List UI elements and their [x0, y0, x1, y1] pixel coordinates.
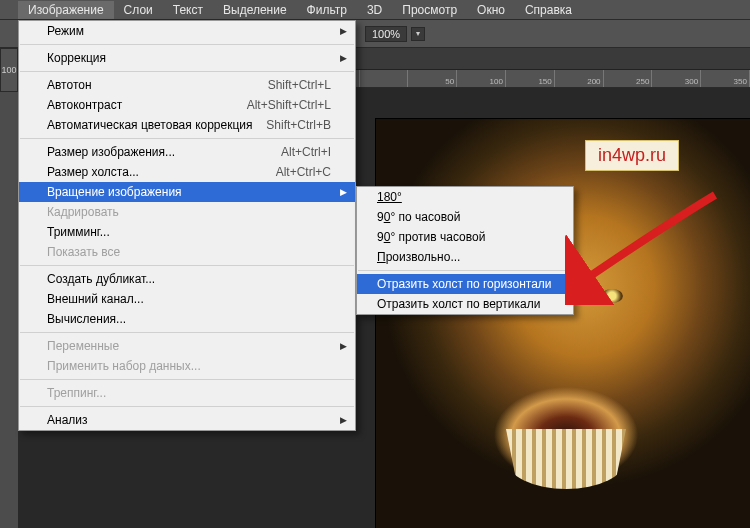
image-detail	[601, 289, 623, 303]
submenu-arrow-icon: ▶	[340, 341, 347, 351]
image-menu-dropdown: Режим▶ Коррекция▶ АвтотонShift+Ctrl+L Ав…	[18, 20, 356, 431]
separator	[20, 332, 354, 333]
zoom-value[interactable]: 100%	[365, 26, 407, 42]
menu-help[interactable]: Справка	[515, 1, 582, 19]
submenu-arrow-icon: ▶	[340, 26, 347, 36]
menu-autotone[interactable]: АвтотонShift+Ctrl+L	[19, 75, 355, 95]
separator	[20, 44, 354, 45]
menu-trim[interactable]: Тримминг...	[19, 222, 355, 242]
menu-reveal-all: Показать все	[19, 242, 355, 262]
separator	[20, 379, 354, 380]
menu-text[interactable]: Текст	[163, 1, 213, 19]
menu-3d[interactable]: 3D	[357, 1, 392, 19]
submenu-arrow-icon: ▶	[340, 415, 347, 425]
menu-apply-dataset: Применить набор данных...	[19, 356, 355, 376]
menu-trap: Треппинг...	[19, 383, 355, 403]
menu-duplicate[interactable]: Создать дубликат...	[19, 269, 355, 289]
separator	[20, 265, 354, 266]
menu-canvas-size[interactable]: Размер холста...Alt+Ctrl+C	[19, 162, 355, 182]
submenu-arbitrary[interactable]: Произвольно...	[357, 247, 573, 267]
submenu-flip-horizontal[interactable]: Отразить холст по горизонтали	[357, 274, 573, 294]
menu-apply-image[interactable]: Внешний канал...	[19, 289, 355, 309]
menu-variables: Переменные▶	[19, 336, 355, 356]
menu-calculations[interactable]: Вычисления...	[19, 309, 355, 329]
menu-select[interactable]: Выделение	[213, 1, 297, 19]
menu-autocontrast[interactable]: АвтоконтрастAlt+Shift+Ctrl+L	[19, 95, 355, 115]
menu-crop: Кадрировать	[19, 202, 355, 222]
menu-image-rotation[interactable]: Вращение изображения▶	[19, 182, 355, 202]
menu-image-size[interactable]: Размер изображения...Alt+Ctrl+I	[19, 142, 355, 162]
menu-window[interactable]: Окно	[467, 1, 515, 19]
submenu-180[interactable]: 180°	[357, 187, 573, 207]
watermark: in4wp.ru	[585, 140, 679, 171]
menu-filter[interactable]: Фильтр	[297, 1, 357, 19]
menu-analysis[interactable]: Анализ▶	[19, 410, 355, 430]
ruler-origin: 100	[0, 48, 18, 92]
menubar: Изображение Слои Текст Выделение Фильтр …	[0, 0, 750, 20]
menu-mode[interactable]: Режим▶	[19, 21, 355, 41]
submenu-flip-vertical[interactable]: Отразить холст по вертикали	[357, 294, 573, 314]
submenu-90cw[interactable]: 90° по часовой	[357, 207, 573, 227]
zoom-dropdown-icon[interactable]: ▾	[411, 27, 425, 41]
submenu-arrow-icon: ▶	[340, 187, 347, 197]
submenu-arrow-icon: ▶	[340, 53, 347, 63]
rotation-submenu: 180° 90° по часовой 90° против часовой П…	[356, 186, 574, 315]
menu-layers[interactable]: Слои	[114, 1, 163, 19]
menu-view[interactable]: Просмотр	[392, 1, 467, 19]
separator	[20, 138, 354, 139]
separator	[20, 71, 354, 72]
document-image	[375, 118, 750, 528]
menu-autocolor[interactable]: Автоматическая цветовая коррекцияShift+C…	[19, 115, 355, 135]
separator	[358, 270, 572, 271]
submenu-90ccw[interactable]: 90° против часовой	[357, 227, 573, 247]
menu-image[interactable]: Изображение	[18, 1, 114, 19]
separator	[20, 406, 354, 407]
menu-adjustments[interactable]: Коррекция▶	[19, 48, 355, 68]
